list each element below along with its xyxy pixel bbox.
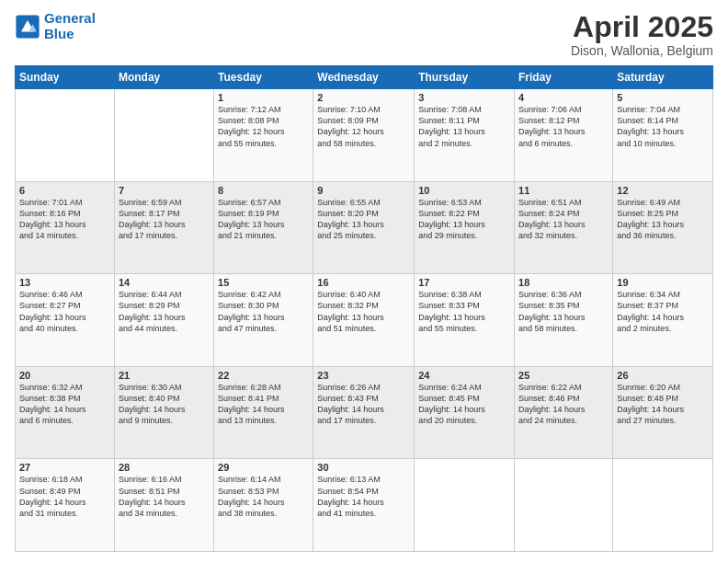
day-info: Sunrise: 6:59 AM Sunset: 8:17 PM Dayligh…: [119, 197, 210, 242]
weekday-header-monday: Monday: [114, 66, 213, 89]
day-number: 3: [418, 92, 510, 103]
calendar-table: SundayMondayTuesdayWednesdayThursdayFrid…: [15, 65, 713, 552]
calendar-cell: [114, 89, 213, 182]
logo-text: General Blue: [44, 11, 96, 41]
day-info: Sunrise: 6:14 AM Sunset: 8:53 PM Dayligh…: [218, 474, 309, 519]
subtitle: Dison, Wallonia, Belgium: [571, 43, 713, 58]
calendar-cell: 9Sunrise: 6:55 AM Sunset: 8:20 PM Daylig…: [313, 181, 415, 274]
calendar-cell: [613, 459, 713, 552]
calendar-cell: [415, 459, 515, 552]
day-info: Sunrise: 6:24 AM Sunset: 8:45 PM Dayligh…: [418, 382, 510, 427]
day-number: 24: [418, 370, 510, 381]
day-info: Sunrise: 6:22 AM Sunset: 8:46 PM Dayligh…: [518, 382, 609, 427]
calendar-cell: 20Sunrise: 6:32 AM Sunset: 8:38 PM Dayli…: [16, 366, 115, 459]
day-info: Sunrise: 6:36 AM Sunset: 8:35 PM Dayligh…: [518, 289, 609, 334]
day-number: 22: [218, 370, 309, 381]
day-info: Sunrise: 6:20 AM Sunset: 8:48 PM Dayligh…: [617, 382, 709, 427]
day-number: 25: [518, 370, 609, 381]
calendar-cell: 5Sunrise: 7:04 AM Sunset: 8:14 PM Daylig…: [613, 89, 713, 182]
day-info: Sunrise: 6:53 AM Sunset: 8:22 PM Dayligh…: [418, 197, 510, 242]
day-info: Sunrise: 7:06 AM Sunset: 8:12 PM Dayligh…: [518, 104, 609, 149]
calendar-cell: 1Sunrise: 7:12 AM Sunset: 8:08 PM Daylig…: [214, 89, 313, 182]
day-number: 11: [518, 185, 609, 196]
day-number: 1: [218, 92, 309, 103]
day-info: Sunrise: 6:40 AM Sunset: 8:32 PM Dayligh…: [317, 289, 410, 334]
calendar-cell: 13Sunrise: 6:46 AM Sunset: 8:27 PM Dayli…: [16, 274, 115, 367]
day-info: Sunrise: 6:26 AM Sunset: 8:43 PM Dayligh…: [317, 382, 410, 427]
logo-blue: Blue: [44, 26, 74, 41]
day-info: Sunrise: 7:01 AM Sunset: 8:16 PM Dayligh…: [19, 197, 110, 242]
calendar-cell: 7Sunrise: 6:59 AM Sunset: 8:17 PM Daylig…: [114, 181, 213, 274]
title-block: April 2025 Dison, Wallonia, Belgium: [571, 11, 713, 58]
calendar-cell: 29Sunrise: 6:14 AM Sunset: 8:53 PM Dayli…: [214, 459, 313, 552]
day-number: 30: [317, 462, 410, 473]
calendar-cell: 27Sunrise: 6:18 AM Sunset: 8:49 PM Dayli…: [16, 459, 115, 552]
logo-icon: [15, 14, 40, 40]
calendar-cell: 18Sunrise: 6:36 AM Sunset: 8:35 PM Dayli…: [515, 274, 613, 367]
calendar-cell: [515, 459, 613, 552]
calendar-cell: 30Sunrise: 6:13 AM Sunset: 8:54 PM Dayli…: [313, 459, 415, 552]
day-number: 17: [418, 277, 510, 288]
day-number: 15: [218, 277, 309, 288]
day-number: 7: [119, 185, 210, 196]
calendar-cell: 24Sunrise: 6:24 AM Sunset: 8:45 PM Dayli…: [415, 366, 515, 459]
calendar-cell: 10Sunrise: 6:53 AM Sunset: 8:22 PM Dayli…: [415, 181, 515, 274]
calendar-header: SundayMondayTuesdayWednesdayThursdayFrid…: [16, 66, 713, 89]
day-number: 27: [19, 462, 110, 473]
logo-general: General: [44, 10, 96, 26]
day-info: Sunrise: 6:30 AM Sunset: 8:40 PM Dayligh…: [119, 382, 210, 427]
day-info: Sunrise: 6:42 AM Sunset: 8:30 PM Dayligh…: [218, 289, 309, 334]
week-row-4: 20Sunrise: 6:32 AM Sunset: 8:38 PM Dayli…: [16, 366, 713, 459]
calendar-cell: 4Sunrise: 7:06 AM Sunset: 8:12 PM Daylig…: [515, 89, 613, 182]
day-info: Sunrise: 6:44 AM Sunset: 8:29 PM Dayligh…: [119, 289, 210, 334]
day-number: 26: [617, 370, 709, 381]
week-row-5: 27Sunrise: 6:18 AM Sunset: 8:49 PM Dayli…: [16, 459, 713, 552]
calendar-cell: 16Sunrise: 6:40 AM Sunset: 8:32 PM Dayli…: [313, 274, 415, 367]
weekday-header-thursday: Thursday: [415, 66, 515, 89]
day-number: 18: [518, 277, 609, 288]
day-info: Sunrise: 6:49 AM Sunset: 8:25 PM Dayligh…: [617, 197, 709, 242]
week-row-3: 13Sunrise: 6:46 AM Sunset: 8:27 PM Dayli…: [16, 274, 713, 367]
day-info: Sunrise: 6:51 AM Sunset: 8:24 PM Dayligh…: [518, 197, 609, 242]
day-number: 16: [317, 277, 410, 288]
calendar-cell: 8Sunrise: 6:57 AM Sunset: 8:19 PM Daylig…: [214, 181, 313, 274]
day-number: 21: [119, 370, 210, 381]
day-info: Sunrise: 6:16 AM Sunset: 8:51 PM Dayligh…: [119, 474, 210, 519]
day-info: Sunrise: 6:38 AM Sunset: 8:33 PM Dayligh…: [418, 289, 510, 334]
day-number: 4: [518, 92, 609, 103]
day-number: 6: [19, 185, 110, 196]
day-info: Sunrise: 7:08 AM Sunset: 8:11 PM Dayligh…: [418, 104, 510, 149]
day-info: Sunrise: 6:57 AM Sunset: 8:19 PM Dayligh…: [218, 197, 309, 242]
calendar-cell: 3Sunrise: 7:08 AM Sunset: 8:11 PM Daylig…: [415, 89, 515, 182]
day-number: 9: [317, 185, 410, 196]
calendar-cell: 2Sunrise: 7:10 AM Sunset: 8:09 PM Daylig…: [313, 89, 415, 182]
week-row-1: 1Sunrise: 7:12 AM Sunset: 8:08 PM Daylig…: [16, 89, 713, 182]
weekday-header-wednesday: Wednesday: [313, 66, 415, 89]
day-number: 19: [617, 277, 709, 288]
day-number: 20: [19, 370, 110, 381]
day-number: 14: [119, 277, 210, 288]
day-info: Sunrise: 7:04 AM Sunset: 8:14 PM Dayligh…: [617, 104, 709, 149]
page: General Blue April 2025 Dison, Wallonia,…: [0, 0, 728, 563]
calendar-cell: 6Sunrise: 7:01 AM Sunset: 8:16 PM Daylig…: [16, 181, 115, 274]
day-number: 28: [119, 462, 210, 473]
calendar-cell: 26Sunrise: 6:20 AM Sunset: 8:48 PM Dayli…: [613, 366, 713, 459]
calendar-cell: 12Sunrise: 6:49 AM Sunset: 8:25 PM Dayli…: [613, 181, 713, 274]
week-row-2: 6Sunrise: 7:01 AM Sunset: 8:16 PM Daylig…: [16, 181, 713, 274]
day-info: Sunrise: 7:12 AM Sunset: 8:08 PM Dayligh…: [218, 104, 309, 149]
day-info: Sunrise: 6:28 AM Sunset: 8:41 PM Dayligh…: [218, 382, 309, 427]
main-title: April 2025: [571, 11, 713, 43]
day-info: Sunrise: 6:55 AM Sunset: 8:20 PM Dayligh…: [317, 197, 410, 242]
calendar-cell: [16, 89, 115, 182]
day-info: Sunrise: 7:10 AM Sunset: 8:09 PM Dayligh…: [317, 104, 410, 149]
header: General Blue April 2025 Dison, Wallonia,…: [15, 11, 713, 58]
weekday-header-saturday: Saturday: [613, 66, 713, 89]
logo: General Blue: [15, 11, 96, 41]
weekday-header-tuesday: Tuesday: [214, 66, 313, 89]
calendar-cell: 14Sunrise: 6:44 AM Sunset: 8:29 PM Dayli…: [114, 274, 213, 367]
day-info: Sunrise: 6:46 AM Sunset: 8:27 PM Dayligh…: [19, 289, 110, 334]
day-number: 13: [19, 277, 110, 288]
calendar-cell: 17Sunrise: 6:38 AM Sunset: 8:33 PM Dayli…: [415, 274, 515, 367]
day-number: 5: [617, 92, 709, 103]
day-info: Sunrise: 6:13 AM Sunset: 8:54 PM Dayligh…: [317, 474, 410, 519]
